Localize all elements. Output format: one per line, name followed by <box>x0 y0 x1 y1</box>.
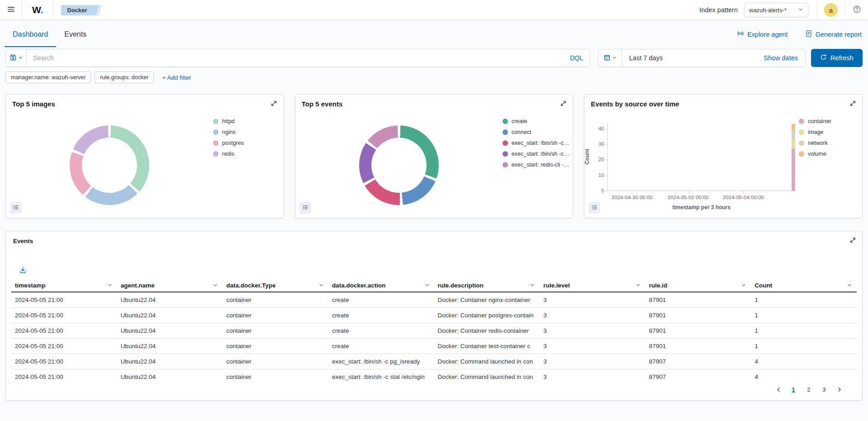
page-button-1[interactable]: 1 <box>788 384 799 395</box>
expand-panel-button[interactable] <box>559 100 567 108</box>
previous-page-button[interactable] <box>773 384 783 394</box>
panel-title: Top 5 images <box>12 100 55 108</box>
column-header-data-docker-type[interactable]: data.docker.Type <box>223 282 328 289</box>
user-menu[interactable]: a <box>817 0 845 20</box>
tab-events[interactable]: Events <box>56 20 95 48</box>
add-filter-button[interactable]: + Add filter <box>162 74 191 81</box>
table-cell: 3 <box>540 373 645 380</box>
topbar-right: Index pattern wazuh-alerts-* a <box>699 0 868 20</box>
help-icon <box>853 5 861 14</box>
chart-legend: createconnectexec_start: /bin/sh -c…exec… <box>503 116 569 170</box>
legend-item[interactable]: exec_start: /bin/sh -c… <box>503 148 569 159</box>
legend-item[interactable]: network <box>799 138 831 148</box>
table-cell: Ubuntu22.04 <box>117 297 223 303</box>
x-axis-title: timestamp per 3 hours <box>607 204 795 210</box>
time-range-value[interactable]: Last 7 days <box>622 54 663 62</box>
stacked-bar[interactable] <box>792 124 795 191</box>
legend-item[interactable]: container <box>799 116 831 127</box>
chart-plot-area[interactable] <box>607 123 795 191</box>
legend-item[interactable]: httpd <box>213 116 244 127</box>
page-button-3[interactable]: 3 <box>819 384 830 395</box>
legend-swatch <box>213 151 218 157</box>
table-cell: Docker: Container nginx-container <box>434 297 540 303</box>
visualization-row: Top 5 images httpdnginxpostgresredis Top… <box>5 94 863 218</box>
table-row: 2024-05-05 21:00Ubuntu22.04containercrea… <box>11 323 857 339</box>
legend-label: network <box>808 140 828 146</box>
y-axis-tick-label: 40 <box>586 126 604 131</box>
legend-item[interactable]: create <box>503 116 569 127</box>
quick-select-button[interactable] <box>598 49 622 67</box>
filter-pill[interactable]: rule.groups: docker <box>95 72 154 83</box>
legend-toggle-button[interactable] <box>588 202 600 214</box>
refresh-icon <box>820 54 827 62</box>
expand-panel-button[interactable] <box>849 237 857 245</box>
donut-chart-top5-images[interactable] <box>70 125 149 205</box>
column-header-rule-level[interactable]: rule.level <box>540 282 645 289</box>
table-row: 2024-05-05 21:00Ubuntu22.04containercrea… <box>11 339 857 354</box>
refresh-button[interactable]: Refresh <box>811 49 863 67</box>
download-csv-button[interactable] <box>18 266 28 276</box>
legend-item[interactable]: exec_start: /bin/sh -c… <box>503 138 569 148</box>
show-dates-button[interactable]: Show dates <box>764 54 805 62</box>
column-header-agent-name[interactable]: agent.name <box>117 282 223 289</box>
page-button-2[interactable]: 2 <box>803 384 814 395</box>
filter-pill[interactable]: manager.name: wazuh-server <box>5 72 91 83</box>
legend-item[interactable]: image <box>799 127 831 138</box>
legend-item[interactable]: postgres <box>213 138 244 148</box>
next-page-button[interactable] <box>834 384 844 394</box>
legend-item[interactable]: exec_start: redis-cli -… <box>503 159 569 170</box>
legend-label: exec_start: redis-cli -… <box>512 162 569 168</box>
panel-top5-images: Top 5 images httpdnginxpostgresredis <box>5 94 284 218</box>
legend-toggle-button[interactable] <box>10 202 22 214</box>
column-header-timestamp[interactable]: timestamp <box>11 282 117 289</box>
save-query-icon <box>9 54 17 62</box>
column-header-count[interactable]: Count <box>751 282 857 289</box>
search-input[interactable] <box>27 49 564 67</box>
help-button[interactable] <box>845 0 868 20</box>
menu-button[interactable] <box>0 0 22 20</box>
query-language-button[interactable]: DQL <box>564 49 589 67</box>
index-pattern-select[interactable]: wazuh-alerts-* <box>744 3 808 17</box>
generate-report-link[interactable]: Generate report <box>805 30 862 38</box>
legend-item[interactable]: nginx <box>213 127 244 138</box>
legend-label: redis <box>222 151 234 157</box>
legend-toggle-button[interactable] <box>299 202 311 214</box>
table-cell: Ubuntu22.04 <box>117 358 223 365</box>
top-header-bar: W. Docker Index pattern wazuh-alerts-* a <box>0 0 868 20</box>
table-cell: 3 <box>540 312 645 319</box>
explore-agent-link[interactable]: Explore agent <box>737 30 787 38</box>
donut-chart-top5-events[interactable] <box>359 125 439 205</box>
search-box: DQL <box>5 49 590 67</box>
breadcrumb-module-badge[interactable]: Docker <box>61 5 95 15</box>
calendar-icon <box>603 54 611 62</box>
legend-item[interactable]: connect <box>503 127 569 138</box>
tabs-bar: Dashboard Events Explore agent Generate … <box>0 20 868 48</box>
sort-chevron-icon <box>213 282 218 288</box>
table-cell: 3 <box>540 297 645 303</box>
index-pattern-value: wazuh-alerts-* <box>749 7 787 14</box>
table-cell: 1 <box>751 312 857 319</box>
legend-item[interactable]: volume <box>799 148 831 159</box>
header-actions: Explore agent Generate report <box>737 30 862 38</box>
table-cell: container <box>223 373 328 380</box>
column-header-rule-description[interactable]: rule.description <box>434 282 540 289</box>
avatar[interactable]: a <box>824 3 838 17</box>
list-icon <box>591 204 598 212</box>
legend-item[interactable]: redis <box>213 148 244 159</box>
table-cell: 4 <box>751 358 857 365</box>
legend-swatch <box>503 140 508 146</box>
date-picker: Last 7 days Show dates <box>598 49 806 67</box>
table-cell: Docker: Container postgres-contain <box>434 312 540 319</box>
wazuh-logo[interactable]: W. <box>22 5 53 15</box>
tab-dashboard[interactable]: Dashboard <box>5 20 56 48</box>
saved-query-button[interactable] <box>6 49 27 67</box>
column-header-rule-id[interactable]: rule.id <box>645 282 751 289</box>
filter-bar: manager.name: wazuh-serverrule.groups: d… <box>5 72 191 83</box>
bar-segment-image <box>792 140 795 149</box>
column-header-data-docker-action[interactable]: data.docker.action <box>328 282 434 289</box>
x-axis-tick <box>743 191 744 193</box>
legend-swatch <box>213 140 218 146</box>
expand-panel-button[interactable] <box>270 100 278 108</box>
table-cell: 3 <box>540 343 645 349</box>
report-document-icon <box>805 30 812 38</box>
